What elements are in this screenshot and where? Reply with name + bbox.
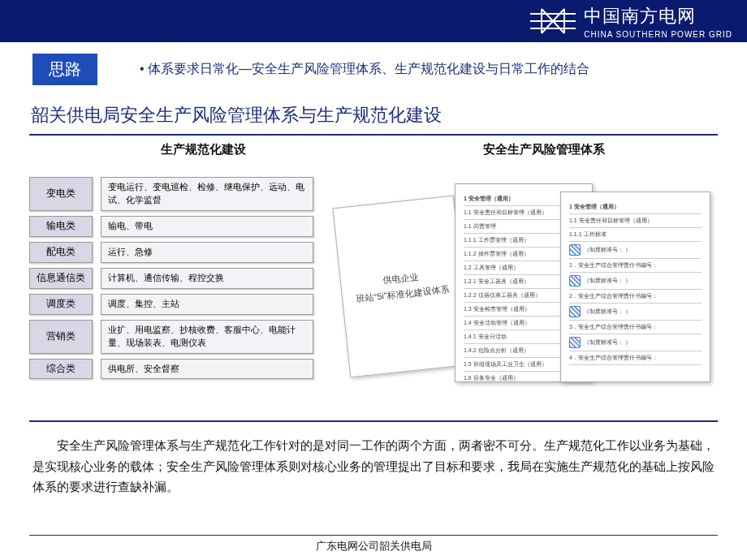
section-label-left: 生产规范化建设	[32, 142, 374, 157]
detail-cell: 运行、急修	[101, 242, 313, 263]
header-bar: 中国南方电网 CHINA SOUTHERN POWER GRID	[0, 0, 747, 42]
stamp-icon	[569, 306, 581, 317]
document-c: 1 安全管理（通用） 1.1 安全责任和目标管理（通用） 1.1.1 工作标准 …	[560, 192, 710, 382]
page-title: 韶关供电局安全生产风险管理体系与生产规范化建设	[0, 92, 747, 132]
documents-preview: 供电企业 班站“5i”标准化建设体系 1 安全管理（通用） 1.1 安全责任和目…	[333, 177, 718, 404]
stamp-icon	[569, 337, 581, 348]
body-paragraph: 安全生产风险管理体系与生产规范化工作针对的是对同一工作的两个方面，两者密不可分。…	[0, 422, 747, 498]
doc-c-title: 1 安全管理（通用）	[569, 200, 702, 214]
doc-c-line: （制度标准号： ）	[569, 304, 702, 321]
table-row: 营销类 业扩、用电监察、抄核收费、客服中心、电能计量、现场装表、电测仪表	[29, 320, 313, 354]
doc-c-line: 1．安全生产综合管理责任书编号：	[569, 259, 702, 273]
detail-cell: 调度、集控、主站	[101, 294, 313, 315]
category-cell: 信息通信类	[29, 268, 93, 289]
company-name-cn: 中国南方电网	[584, 4, 732, 28]
category-cell: 变电类	[29, 177, 93, 211]
company-name-en: CHINA SOUTHERN POWER GRID	[584, 30, 732, 39]
footer-text: 广东电网公司韶关供电局	[29, 535, 718, 554]
table-row: 信息通信类 计算机、通信传输、程控交换	[29, 268, 313, 289]
doc-c-line: 3．安全生产综合管理责任书编号：	[569, 321, 702, 334]
detail-cell: 业扩、用电监察、抄核收费、客服中心、电能计量、现场装表、电测仪表	[101, 320, 313, 354]
table-row: 综合类 供电所、安全督察	[29, 359, 313, 380]
doc-c-line: 1.1.1 工作标准	[569, 228, 702, 242]
table-row: 输电类 输电、带电	[29, 216, 313, 237]
topline: 思路 • 体系要求日常化—安全生产风险管理体系、生产规范化建设与日常工作的结合	[0, 42, 747, 92]
section-label-right: 安全生产风险管理体系	[374, 142, 715, 157]
category-cell: 综合类	[29, 359, 93, 380]
logo-text: 中国南方电网 CHINA SOUTHERN POWER GRID	[584, 4, 732, 39]
doc-a-line1: 供电企业	[382, 271, 419, 287]
doc-c-line: 2．安全生产综合管理责任书编号：	[569, 290, 702, 304]
detail-cell: 输电、带电	[101, 216, 313, 237]
table-row: 变电类 变电运行、变电巡检、检修、继电保护、远动、电试、化学监督	[29, 177, 313, 211]
doc-c-line: 1.1 安全责任和目标管理（通用）	[569, 214, 702, 228]
content-area: 变电类 变电运行、变电巡检、检修、继电保护、远动、电试、化学监督 输电类 输电、…	[0, 162, 747, 404]
document-a: 供电企业 班站“5i”标准化建设体系	[332, 196, 471, 378]
detail-cell: 供电所、安全督察	[101, 359, 313, 380]
category-cell: 配电类	[29, 242, 93, 263]
doc-c-line: （制度标准号： ）	[569, 273, 702, 290]
idea-tag: 思路	[32, 54, 97, 85]
doc-c-line: 4．安全生产综合管理责任书编号：	[569, 351, 702, 365]
section-labels: 生产规范化建设 安全生产风险管理体系	[0, 136, 747, 162]
stamp-icon	[569, 275, 581, 286]
category-cell: 输电类	[29, 216, 93, 237]
category-table: 变电类 变电运行、变电巡检、检修、继电保护、远动、电试、化学监督 输电类 输电、…	[29, 177, 313, 404]
doc-a-line2: 班站“5i”标准化建设体系	[356, 283, 450, 305]
category-cell: 调度类	[29, 294, 93, 315]
doc-c-line: （制度标准号： ）	[569, 242, 702, 259]
detail-cell: 变电运行、变电巡检、检修、继电保护、远动、电试、化学监督	[101, 177, 313, 211]
company-logo: 中国南方电网 CHINA SOUTHERN POWER GRID	[530, 4, 732, 39]
stamp-icon	[569, 244, 581, 256]
table-row: 配电类 运行、急修	[29, 242, 313, 263]
table-row: 调度类 调度、集控、主站	[29, 294, 313, 315]
doc-c-line: （制度标准号： ）	[569, 334, 702, 351]
category-cell: 营销类	[29, 320, 93, 354]
detail-cell: 计算机、通信传输、程控交换	[101, 268, 313, 289]
grid-logo-icon	[530, 7, 576, 35]
topline-text: • 体系要求日常化—安全生产风险管理体系、生产规范化建设与日常工作的结合	[140, 61, 589, 78]
